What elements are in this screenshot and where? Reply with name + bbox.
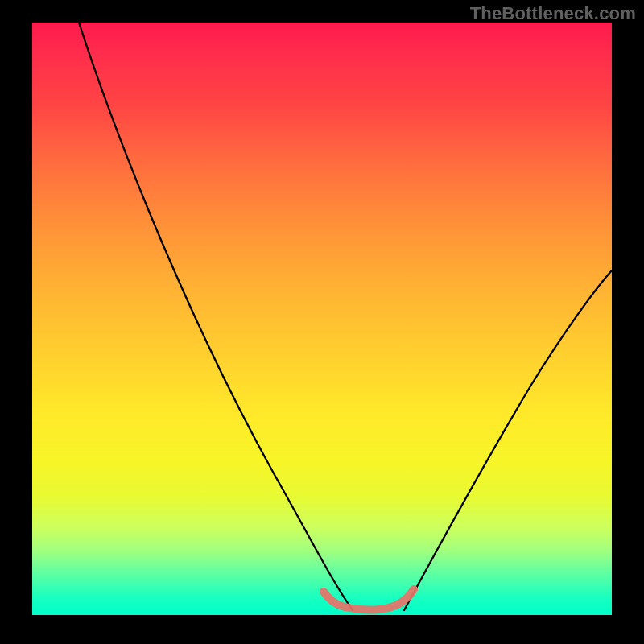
right-bottleneck-curve	[404, 270, 612, 610]
curve-overlay	[32, 23, 612, 615]
plot-area	[32, 23, 612, 615]
left-bottleneck-curve	[79, 23, 353, 610]
valley-marker	[324, 589, 414, 610]
watermark-text: TheBottleneck.com	[470, 3, 636, 24]
chart-frame: TheBottleneck.com	[0, 0, 644, 644]
